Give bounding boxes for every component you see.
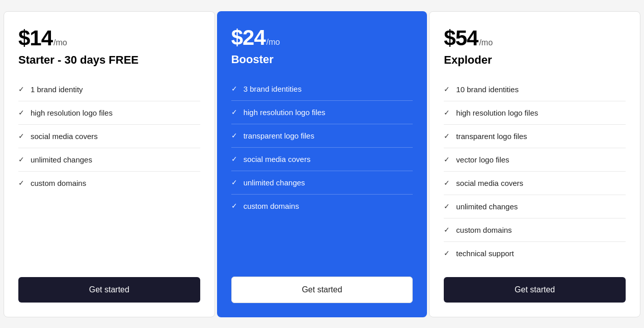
check-icon: ✓ — [444, 226, 450, 234]
price-amount: $24 — [231, 25, 265, 50]
feature-text: high resolution logo files — [456, 108, 538, 117]
features-list: ✓1 brand identity✓high resolution logo f… — [18, 78, 200, 265]
check-icon: ✓ — [231, 108, 237, 116]
feature-item: ✓social media covers — [444, 172, 626, 195]
feature-item: ✓3 brand identities — [231, 77, 413, 101]
feature-text: custom domains — [244, 202, 299, 210]
feature-text: high resolution logo files — [31, 108, 113, 117]
feature-item: ✓10 brand identities — [444, 78, 626, 101]
check-icon: ✓ — [231, 131, 237, 140]
pricing-card-starter: $14/moStarter - 30 days FREE✓1 brand ide… — [4, 11, 215, 317]
feature-item: ✓high resolution logo files — [444, 101, 626, 125]
check-icon: ✓ — [18, 108, 24, 117]
price-per: /mo — [53, 38, 67, 47]
feature-item: ✓social media covers — [18, 125, 200, 148]
check-icon: ✓ — [18, 179, 24, 187]
feature-item: ✓1 brand identity — [18, 78, 200, 101]
feature-text: 3 brand identities — [244, 85, 302, 93]
feature-item: ✓transparent logo files — [231, 124, 413, 148]
price-amount: $14 — [18, 26, 52, 50]
feature-text: unlimited changes — [456, 202, 518, 211]
price-per: /mo — [479, 38, 493, 47]
price-amount: $54 — [444, 26, 478, 50]
feature-item: ✓custom domains — [18, 172, 200, 195]
feature-text: social media covers — [31, 132, 98, 141]
feature-text: social media covers — [456, 179, 523, 187]
check-icon: ✓ — [444, 179, 450, 187]
check-icon: ✓ — [444, 132, 450, 140]
feature-text: 10 brand identities — [456, 85, 519, 94]
feature-item: ✓unlimited changes — [444, 195, 626, 218]
get-started-button-starter[interactable]: Get started — [18, 277, 200, 303]
pricing-card-booster: $24/moBooster✓3 brand identities✓high re… — [217, 11, 427, 317]
feature-text: unlimited changes — [31, 155, 92, 164]
feature-item: ✓unlimited changes — [18, 148, 200, 172]
get-started-button-booster[interactable]: Get started — [231, 277, 413, 303]
feature-item: ✓high resolution logo files — [18, 101, 200, 125]
check-icon: ✓ — [444, 108, 450, 117]
feature-item: ✓transparent logo files — [444, 125, 626, 148]
price-row: $54/mo — [444, 26, 626, 50]
feature-item: ✓unlimited changes — [231, 171, 413, 195]
check-icon: ✓ — [18, 85, 24, 93]
check-icon: ✓ — [18, 155, 24, 163]
check-icon: ✓ — [444, 155, 450, 163]
feature-item: ✓technical support — [444, 242, 626, 265]
feature-text: high resolution logo files — [244, 108, 326, 117]
check-icon: ✓ — [444, 85, 450, 93]
price-per: /mo — [266, 38, 280, 47]
price-row: $14/mo — [18, 26, 200, 50]
plan-name: Exploder — [444, 53, 626, 67]
check-icon: ✓ — [444, 202, 450, 210]
feature-text: custom domains — [456, 226, 512, 234]
features-list: ✓3 brand identities✓high resolution logo… — [231, 77, 413, 264]
pricing-card-exploder: $54/moExploder✓10 brand identities✓high … — [429, 11, 640, 317]
feature-item: ✓custom domains — [444, 218, 626, 242]
feature-text: transparent logo files — [244, 131, 314, 140]
feature-item: ✓high resolution logo files — [231, 101, 413, 124]
feature-text: vector logo files — [456, 155, 509, 164]
get-started-button-exploder[interactable]: Get started — [444, 277, 626, 303]
feature-item: ✓social media covers — [231, 148, 413, 171]
pricing-container: $14/moStarter - 30 days FREE✓1 brand ide… — [0, 6, 644, 322]
check-icon: ✓ — [231, 178, 237, 186]
feature-text: unlimited changes — [244, 178, 305, 187]
check-icon: ✓ — [231, 155, 237, 163]
check-icon: ✓ — [231, 85, 237, 93]
plan-name: Booster — [231, 53, 413, 66]
feature-item: ✓custom domains — [231, 195, 413, 217]
feature-item: ✓vector logo files — [444, 148, 626, 172]
plan-name: Starter - 30 days FREE — [18, 53, 200, 67]
price-row: $24/mo — [231, 25, 413, 50]
feature-text: technical support — [456, 249, 514, 258]
features-list: ✓10 brand identities✓high resolution log… — [444, 78, 626, 265]
check-icon: ✓ — [18, 132, 24, 140]
feature-text: transparent logo files — [456, 132, 527, 141]
feature-text: custom domains — [31, 179, 86, 187]
check-icon: ✓ — [231, 202, 237, 210]
feature-text: social media covers — [244, 155, 311, 163]
feature-text: 1 brand identity — [31, 85, 83, 94]
check-icon: ✓ — [444, 249, 450, 257]
